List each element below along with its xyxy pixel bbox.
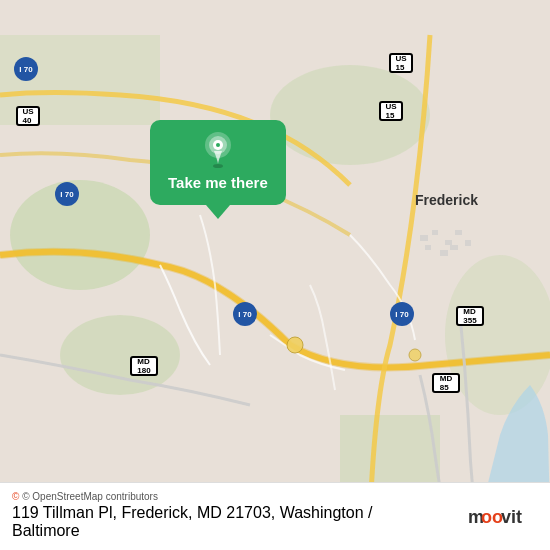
- svg-rect-11: [445, 240, 452, 245]
- svg-point-21: [213, 164, 223, 168]
- svg-text:oo: oo: [481, 507, 503, 527]
- take-me-there-button[interactable]: Take me there: [168, 174, 268, 191]
- callout-arrow: [206, 205, 230, 219]
- svg-rect-9: [420, 235, 428, 241]
- location-pin-icon: [199, 130, 237, 168]
- svg-text:vit: vit: [501, 507, 522, 527]
- osm-copyright: ©: [12, 491, 19, 502]
- badge-i70-bottom-right: I 70: [390, 302, 414, 326]
- address-block: © © OpenStreetMap contributors 119 Tillm…: [12, 491, 458, 540]
- svg-rect-12: [440, 250, 448, 256]
- svg-rect-14: [455, 230, 462, 235]
- svg-rect-16: [450, 245, 458, 250]
- svg-rect-13: [425, 245, 431, 250]
- moovit-logo-svg: m oo vit: [468, 501, 538, 531]
- copyright-line: © © OpenStreetMap contributors: [12, 491, 458, 502]
- badge-us40: US40: [12, 105, 44, 127]
- badge-md355: MD355: [452, 305, 488, 327]
- badge-md85: MD85: [428, 372, 464, 394]
- svg-rect-10: [432, 230, 438, 235]
- moovit-logo: m oo vit: [468, 501, 538, 531]
- badge-i70-bottom-center: I 70: [233, 302, 257, 326]
- badge-us15-mid: US15: [375, 100, 407, 122]
- badge-us15-top: US15: [385, 52, 417, 74]
- badge-md180: MD180: [126, 355, 162, 377]
- map-background: [0, 0, 550, 550]
- badge-i70-mid-left: I 70: [55, 182, 79, 206]
- callout-popup[interactable]: Take me there: [150, 120, 286, 219]
- callout-box[interactable]: Take me there: [150, 120, 286, 205]
- svg-point-2: [60, 315, 180, 395]
- svg-rect-15: [465, 240, 471, 246]
- osm-text: © OpenStreetMap contributors: [22, 491, 158, 502]
- address-text: 119 Tillman Pl, Frederick, MD 21703, Was…: [12, 504, 458, 540]
- svg-point-7: [287, 337, 303, 353]
- svg-point-8: [409, 349, 421, 361]
- svg-point-20: [216, 143, 220, 147]
- bottom-bar: © © OpenStreetMap contributors 119 Tillm…: [0, 482, 550, 550]
- map-container: I 70 US40 I 70 US15 US15 I 70 I 70 MD355…: [0, 0, 550, 550]
- badge-i70-top-left: I 70: [14, 57, 38, 81]
- svg-point-1: [10, 180, 150, 290]
- city-label-frederick: Frederick: [415, 192, 478, 208]
